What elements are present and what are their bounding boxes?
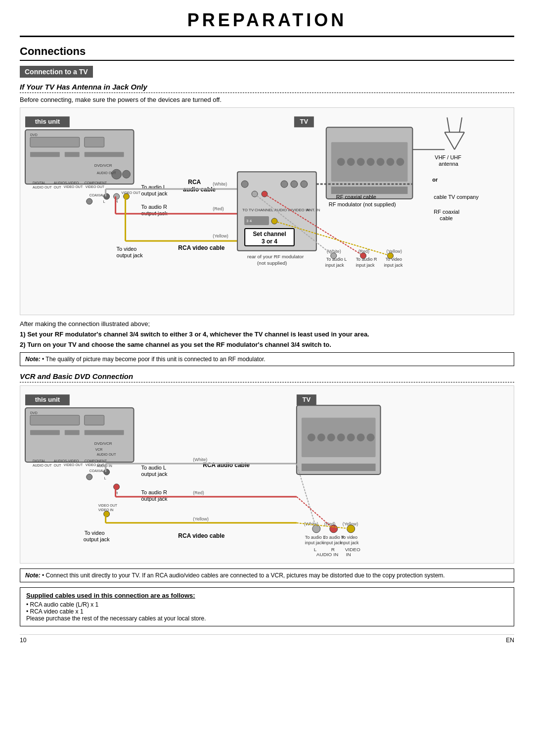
- supplied-title: Supplied cables used in this connection …: [26, 592, 508, 599]
- note2-text: • Connect this unit directly to your TV.…: [42, 572, 445, 579]
- svg-text:AUDIO OUT: AUDIO OUT: [97, 171, 116, 175]
- svg-text:VHF / UHF: VHF / UHF: [435, 154, 461, 160]
- svg-text:VCR: VCR: [95, 448, 103, 451]
- svg-point-131: [104, 469, 110, 475]
- svg-text:AUDIO OUT: AUDIO OUT: [97, 453, 116, 456]
- svg-text:(Yellow): (Yellow): [213, 234, 228, 238]
- svg-text:AUDIO IN: AUDIO IN: [316, 552, 338, 557]
- svg-text:To audio L: To audio L: [326, 257, 347, 262]
- svg-text:S-VIDEO: S-VIDEO: [65, 181, 79, 185]
- svg-point-161: [317, 433, 325, 441]
- svg-text:RF coaxial cable: RF coaxial cable: [336, 194, 376, 200]
- svg-point-53: [271, 218, 277, 224]
- svg-text:VIDEO OUT: VIDEO OUT: [64, 185, 83, 189]
- svg-point-56: [301, 181, 308, 188]
- svg-rect-114: [30, 415, 80, 425]
- subsection-bar: Connection to a TV: [20, 66, 93, 78]
- svg-text:input jack: input jack: [384, 263, 403, 268]
- svg-rect-167: [302, 464, 376, 471]
- svg-text:output jack: output jack: [117, 252, 143, 258]
- svg-text:VIDEO OUT: VIDEO OUT: [86, 185, 105, 189]
- svg-text:cable TV company: cable TV company: [434, 194, 479, 200]
- svg-rect-8: [65, 152, 80, 157]
- svg-text:RF modulator (not supplied): RF modulator (not supplied): [329, 201, 396, 207]
- svg-text:TV: TV: [303, 396, 311, 403]
- svg-text:output jack: output jack: [141, 471, 168, 477]
- svg-point-164: [347, 433, 355, 441]
- svg-point-73: [357, 158, 365, 166]
- svg-text:RCA video cable: RCA video cable: [178, 532, 224, 539]
- svg-text:input jack: input jack: [325, 263, 344, 268]
- svg-text:DVD/VCR: DVD/VCR: [94, 163, 112, 168]
- svg-line-84: [459, 117, 462, 132]
- section-heading: Connections: [20, 45, 514, 61]
- svg-text:DVD: DVD: [30, 133, 38, 137]
- svg-text:VIDEO OUT: VIDEO OUT: [98, 504, 118, 507]
- svg-text:VIDEO IN: VIDEO IN: [98, 508, 114, 512]
- svg-point-55: [291, 181, 298, 188]
- svg-text:COMPONENT: COMPONENT: [85, 181, 107, 185]
- svg-point-50: [241, 181, 248, 188]
- svg-text:input jack: input jack: [305, 540, 324, 545]
- svg-point-77: [396, 158, 404, 166]
- svg-rect-78: [331, 187, 408, 194]
- svg-text:(Red): (Red): [358, 249, 369, 254]
- svg-text:To audio R: To audio R: [141, 204, 168, 210]
- svg-point-23: [104, 193, 110, 199]
- svg-text:(Yellow): (Yellow): [387, 249, 402, 254]
- svg-text:output jack: output jack: [141, 190, 168, 196]
- svg-point-71: [337, 158, 345, 166]
- diagram2-svg: this unit TV DVD DIGITAL AUDIO OUT AUDIO…: [20, 386, 514, 563]
- svg-text:(White): (White): [327, 249, 341, 254]
- instruction2: 2) Turn on your TV and choose the same c…: [20, 341, 514, 348]
- svg-line-81: [454, 132, 464, 149]
- svg-text:AUDIO: AUDIO: [54, 459, 65, 463]
- svg-text:this unit: this unit: [35, 396, 60, 403]
- supplied-item-1: • RCA video cable x 1: [26, 608, 508, 615]
- svg-point-160: [308, 433, 315, 441]
- svg-text:RCA: RCA: [188, 179, 201, 186]
- svg-text:DVD: DVD: [30, 411, 38, 415]
- svg-point-133: [114, 484, 120, 490]
- svg-text:RF coaxial: RF coaxial: [434, 209, 459, 215]
- svg-text:COAXIAL: COAXIAL: [89, 193, 104, 197]
- svg-text:COAXIAL: COAXIAL: [89, 469, 104, 472]
- svg-text:To audio R: To audio R: [356, 257, 377, 262]
- note2-box: Note: • Connect this unit directly to yo…: [20, 568, 514, 582]
- svg-text:3   4: 3 4: [246, 219, 252, 223]
- note1-box: Note: • The quality of picture may becom…: [20, 352, 514, 366]
- svg-text:RCA video cable: RCA video cable: [178, 244, 224, 251]
- svg-text:Set channel: Set channel: [253, 231, 286, 237]
- svg-text:To video: To video: [117, 246, 137, 252]
- supplied-box: Supplied cables used in this connection …: [20, 587, 514, 626]
- svg-text:rear of your RF modulator: rear of your RF modulator: [247, 254, 304, 259]
- svg-text:antenna: antenna: [439, 161, 459, 167]
- after-connection-text: After making the connection illustrated …: [20, 320, 514, 328]
- diagram1-svg: this unit TV DVD DIGITAL AUDIO OUT AUDIO…: [20, 108, 514, 315]
- svg-text:(Red): (Red): [213, 206, 223, 211]
- svg-text:COMPONENT: COMPONENT: [85, 459, 107, 463]
- svg-rect-118: [85, 430, 124, 435]
- svg-point-137: [87, 474, 92, 480]
- svg-point-163: [337, 433, 345, 441]
- svg-point-166: [367, 433, 375, 441]
- section1-title: If Your TV Has Antenna in Jack Only: [20, 83, 514, 93]
- svg-text:TV: TV: [300, 118, 309, 125]
- svg-text:L: L: [103, 200, 105, 203]
- note2-label: Note:: [25, 572, 41, 579]
- svg-point-135: [104, 511, 110, 517]
- diagram2: this unit TV DVD DIGITAL AUDIO OUT AUDIO…: [20, 385, 514, 564]
- en-label: EN: [506, 637, 514, 644]
- svg-text:3 or 4: 3 or 4: [262, 238, 277, 245]
- svg-rect-9: [85, 152, 124, 157]
- svg-point-30: [87, 198, 92, 204]
- page-number: 10: [20, 637, 26, 644]
- note1-text: • The quality of picture may become poor…: [42, 356, 266, 363]
- svg-text:To video: To video: [341, 535, 357, 540]
- svg-text:input jack: input jack: [340, 540, 359, 545]
- svg-text:TO TV: TO TV: [242, 208, 254, 212]
- svg-point-76: [387, 158, 395, 166]
- svg-text:CHANNEL: CHANNEL: [255, 208, 274, 212]
- svg-text:VIDEO OUT: VIDEO OUT: [122, 191, 141, 194]
- svg-text:DVD/VCR: DVD/VCR: [94, 441, 112, 446]
